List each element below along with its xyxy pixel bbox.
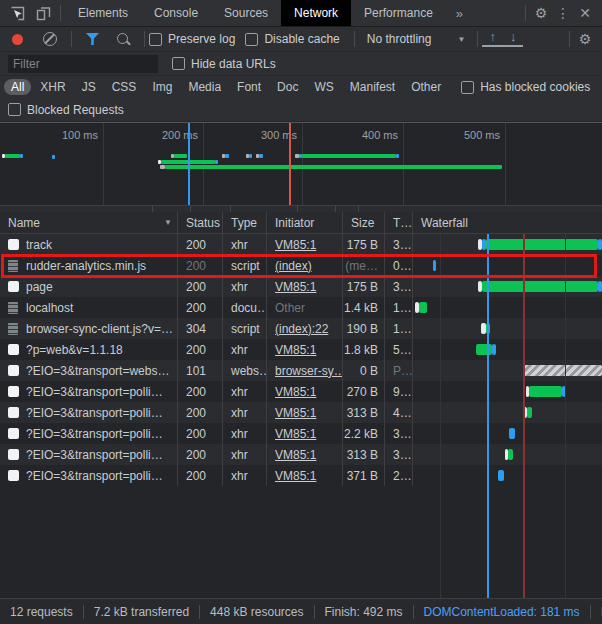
tab-console[interactable]: Console <box>141 0 211 26</box>
initiator-link[interactable]: VM85:1 <box>275 343 316 357</box>
filter-type-img[interactable]: Img <box>145 79 179 95</box>
waterfall-bar-segment <box>482 281 598 292</box>
request-name-cell: track <box>0 234 178 255</box>
network-request-row[interactable]: browser-sync-client.js?v=…304script(inde… <box>0 318 602 339</box>
network-request-row[interactable]: page200xhrVM85:1175 B3… <box>0 276 602 297</box>
request-size-cell: 371 B <box>343 465 385 486</box>
tab-performance[interactable]: Performance <box>351 0 446 26</box>
network-settings-gear-icon[interactable]: ⚙ <box>574 28 596 50</box>
initiator-link[interactable]: (index) <box>275 259 312 273</box>
request-type-cell: xhr <box>223 402 267 423</box>
initiator-link[interactable]: VM85:1 <box>275 406 316 420</box>
column-header-initiator[interactable]: Initiator <box>267 212 343 233</box>
request-type-cell: webs… <box>223 360 267 381</box>
filter-type-media[interactable]: Media <box>181 79 228 95</box>
record-button[interactable] <box>12 34 23 45</box>
filter-type-js[interactable]: JS <box>75 79 103 95</box>
request-type-cell: script <box>223 318 267 339</box>
request-name-cell: ?EIO=3&transport=webs… <box>0 360 178 381</box>
initiator-link[interactable]: VM85:1 <box>275 280 316 294</box>
tab-sources[interactable]: Sources <box>211 0 281 26</box>
status-item: DOMContentLoaded: 181 ms <box>414 605 591 619</box>
initiator-link[interactable]: VM85:1 <box>275 385 316 399</box>
column-header-type[interactable]: Type <box>223 212 267 233</box>
overview-request-bar <box>225 154 229 158</box>
preserve-log-checkbox[interactable] <box>149 33 162 46</box>
network-request-row[interactable]: ?EIO=3&transport=polli…200xhrVM85:1313 B… <box>0 402 602 423</box>
column-header-label: Type <box>231 216 257 230</box>
network-request-row[interactable]: ?EIO=3&transport=polli…200xhrVM85:1313 B… <box>0 444 602 465</box>
initiator-link[interactable]: browser-sy… <box>275 364 343 378</box>
export-har-icon[interactable]: ↓ <box>503 32 524 47</box>
network-request-row[interactable]: track200xhrVM85:1175 B3… <box>0 234 602 255</box>
network-request-row[interactable]: ?EIO=3&transport=polli…200xhrVM85:1371 B… <box>0 465 602 486</box>
network-request-row[interactable]: rudder-analytics.min.js200script(index)(… <box>0 255 602 276</box>
import-har-icon[interactable]: ↑ <box>482 32 503 47</box>
request-time-cell: 3… <box>385 276 413 297</box>
initiator-link[interactable]: (index):22 <box>275 322 328 336</box>
device-toolbar-icon[interactable] <box>34 4 52 22</box>
preserve-log-label[interactable]: Preserve log <box>168 32 235 46</box>
filter-funnel-icon[interactable] <box>86 33 99 45</box>
overview-gridline <box>103 123 104 205</box>
filter-type-xhr[interactable]: XHR <box>33 79 72 95</box>
request-time-cell: 3… <box>385 444 413 465</box>
blocked-requests-label[interactable]: Blocked Requests <box>27 103 124 117</box>
filter-type-css[interactable]: CSS <box>105 79 144 95</box>
inspect-element-icon[interactable] <box>8 4 26 22</box>
network-request-row[interactable]: ?p=web&v=1.1.18200xhrVM85:11.8 kB5… <box>0 339 602 360</box>
filter-type-all[interactable]: All <box>4 79 31 95</box>
column-header-waterfall[interactable]: Waterfall <box>413 212 602 233</box>
request-name-cell: browser-sync-client.js?v=… <box>0 318 178 339</box>
overview-gridline <box>403 123 404 205</box>
network-request-row[interactable]: ?EIO=3&transport=polli…200xhrVM85:1270 B… <box>0 381 602 402</box>
settings-gear-icon[interactable]: ⚙ <box>530 2 552 24</box>
request-waterfall-cell <box>413 234 602 255</box>
network-request-row[interactable]: ?EIO=3&transport=polli…200xhrVM85:12.2 k… <box>0 423 602 444</box>
network-overview-timeline[interactable]: 100 ms200 ms300 ms400 ms500 ms <box>0 122 602 205</box>
initiator-link[interactable]: VM85:1 <box>275 469 316 483</box>
tab-elements[interactable]: Elements <box>65 0 141 26</box>
generic-file-icon <box>8 281 19 292</box>
has-blocked-cookies-checkbox[interactable] <box>461 81 474 94</box>
request-waterfall-cell <box>413 297 602 318</box>
status-item: 12 requests <box>0 605 84 619</box>
disable-cache-label[interactable]: Disable cache <box>264 32 339 46</box>
filter-type-other[interactable]: Other <box>404 79 448 95</box>
more-options-icon[interactable]: ⋮ <box>552 2 574 24</box>
filter-type-ws[interactable]: WS <box>307 79 340 95</box>
filter-type-manifest[interactable]: Manifest <box>343 79 402 95</box>
initiator-link[interactable]: VM85:1 <box>275 427 316 441</box>
network-request-row[interactable]: ?EIO=3&transport=webs…101webs…browser-sy… <box>0 360 602 381</box>
column-header-t[interactable]: T… <box>385 212 413 233</box>
filter-type-font[interactable]: Font <box>230 79 268 95</box>
request-size-cell: 313 B <box>343 444 385 465</box>
initiator-link[interactable]: VM85:1 <box>275 448 316 462</box>
tab-network[interactable]: Network <box>281 0 351 26</box>
more-tabs-button[interactable]: » <box>446 0 473 26</box>
filter-input[interactable] <box>8 55 158 73</box>
column-header-status[interactable]: Status <box>178 212 223 233</box>
blocked-requests-checkbox[interactable] <box>8 103 21 116</box>
column-header-name[interactable]: Name▼ <box>0 212 178 233</box>
column-header-label: Size <box>351 216 374 230</box>
column-header-size[interactable]: Size <box>343 212 385 233</box>
hide-data-urls-label[interactable]: Hide data URLs <box>191 57 276 71</box>
request-type-cell: xhr <box>223 444 267 465</box>
filter-type-doc[interactable]: Doc <box>270 79 305 95</box>
close-icon[interactable]: ✕ <box>574 2 596 24</box>
request-initiator-cell: VM85:1 <box>267 444 343 465</box>
generic-file-icon <box>8 344 19 355</box>
disable-cache-checkbox[interactable] <box>245 33 258 46</box>
throttling-dropdown[interactable]: No throttling ▼ <box>367 32 466 46</box>
initiator-link[interactable]: VM85:1 <box>275 238 316 252</box>
has-blocked-cookies-label[interactable]: Has blocked cookies <box>480 80 590 94</box>
overview-request-bar <box>174 154 187 158</box>
request-name: track <box>26 238 52 252</box>
hide-data-urls-checkbox[interactable] <box>172 57 185 70</box>
clear-icon[interactable] <box>43 32 57 46</box>
request-name-cell: ?EIO=3&transport=polli… <box>0 381 178 402</box>
initiator-text: Other <box>275 301 305 315</box>
network-request-row[interactable]: localhost200docu…Other1.4 kB1… <box>0 297 602 318</box>
search-icon[interactable] <box>117 33 128 44</box>
